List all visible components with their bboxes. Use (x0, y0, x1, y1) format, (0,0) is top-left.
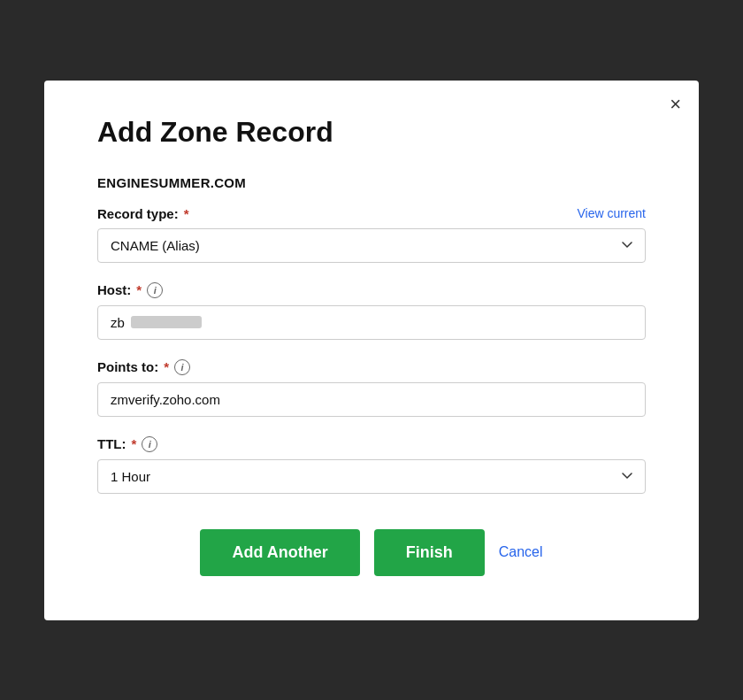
host-info-icon[interactable]: i (147, 282, 163, 298)
host-group: Host: * i (97, 282, 646, 340)
host-required: * (136, 282, 142, 297)
ttl-required: * (131, 436, 136, 451)
ttl-group: TTL: * i 1 Hour (97, 436, 646, 494)
ttl-label-row: TTL: * i (97, 436, 646, 452)
host-input-wrapper (97, 305, 646, 340)
finish-button[interactable]: Finish (374, 529, 485, 576)
points-to-group: Points to: * i (97, 359, 646, 417)
ttl-label-text: TTL: (97, 436, 126, 451)
modal-overlay: × Add Zone Record ENGINESUMMER.COM Recor… (0, 0, 743, 700)
points-to-label-text: Points to: (97, 359, 158, 374)
points-to-label-row: Points to: * i (97, 359, 646, 375)
domain-label: ENGINESUMMER.COM (97, 175, 646, 190)
view-current-link[interactable]: View current (577, 206, 646, 220)
ttl-select[interactable]: 1 Hour (97, 459, 646, 494)
ttl-label: TTL: * i (97, 436, 157, 452)
add-another-button[interactable]: Add Another (200, 529, 359, 576)
host-blur-overlay (131, 316, 202, 328)
host-label-row: Host: * i (97, 282, 646, 298)
ttl-info-icon[interactable]: i (142, 436, 157, 452)
close-button[interactable]: × (670, 95, 681, 114)
host-label-text: Host: (97, 282, 131, 297)
record-type-label-text: Record type: (97, 206, 179, 221)
modal-dialog: × Add Zone Record ENGINESUMMER.COM Recor… (44, 81, 699, 620)
button-row: Add Another Finish Cancel (97, 529, 646, 576)
points-to-label: Points to: * i (97, 359, 190, 375)
record-type-label: Record type: * (97, 206, 189, 221)
points-to-required: * (164, 359, 169, 374)
host-label: Host: * i (97, 282, 163, 298)
points-to-input[interactable] (97, 382, 646, 417)
modal-title: Add Zone Record (97, 116, 646, 149)
record-type-group: Record type: * View current CNAME (Alias… (97, 206, 646, 263)
record-type-select[interactable]: CNAME (Alias) (97, 228, 646, 263)
record-type-label-row: Record type: * View current (97, 206, 646, 221)
record-type-required: * (184, 206, 189, 221)
cancel-button[interactable]: Cancel (499, 544, 543, 560)
points-to-info-icon[interactable]: i (174, 359, 190, 375)
